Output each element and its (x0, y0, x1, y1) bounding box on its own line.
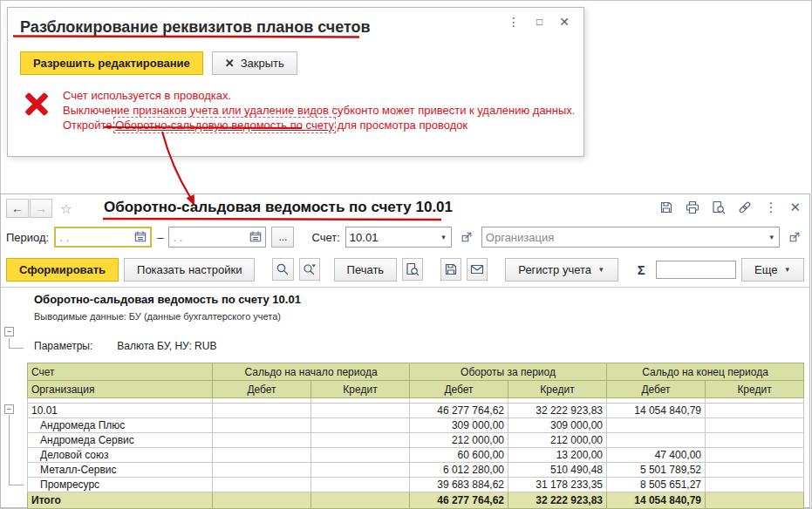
cell-value[interactable]: 14 054 840,79 (607, 492, 706, 509)
autosum-field[interactable] (656, 261, 736, 279)
cell-value[interactable]: 32 222 923,83 (508, 404, 607, 418)
cell-value[interactable]: 46 277 764,62 (410, 404, 508, 418)
cell-value[interactable]: 14 054 840,79 (607, 404, 706, 418)
get-link-icon[interactable] (738, 200, 752, 214)
cell-value[interactable] (213, 463, 311, 478)
cell-value[interactable] (213, 448, 311, 463)
col-header-debit[interactable]: Дебет (607, 381, 706, 398)
organization-open-button[interactable] (785, 227, 804, 247)
cell-value[interactable] (311, 433, 410, 448)
cell-value[interactable] (213, 418, 311, 433)
cell-value[interactable] (706, 404, 804, 418)
cell-value[interactable] (706, 492, 804, 509)
cell-name[interactable]: Металл-Сервис (28, 463, 213, 478)
calendar-icon[interactable] (134, 231, 147, 243)
cell-value[interactable]: 60 600,00 (410, 448, 508, 463)
cell-value[interactable]: 47 400,00 (607, 448, 706, 463)
close-button[interactable]: ✕ Закрыть (212, 51, 297, 75)
col-header-closing[interactable]: Сальдо на конец периода (607, 363, 804, 381)
register-button[interactable]: Регистр учета ▾ (505, 258, 618, 282)
col-header-account[interactable]: Счет (28, 363, 213, 381)
cell-value[interactable] (311, 463, 410, 478)
cell-value[interactable] (706, 478, 804, 492)
generate-button[interactable]: Сформировать (6, 258, 119, 282)
cell-value[interactable] (706, 433, 804, 448)
cell-value[interactable] (706, 448, 804, 463)
col-header-debit[interactable]: Дебет (213, 381, 311, 398)
dialog-more-icon[interactable]: ⋮ (508, 15, 520, 29)
col-header-credit[interactable]: Кредит (508, 381, 607, 398)
save-icon[interactable] (659, 200, 673, 214)
window-more-icon[interactable]: ⋮ (764, 200, 777, 214)
period-to-input[interactable]: . . (168, 227, 266, 248)
cell-name[interactable]: Андромеда Плюс (28, 418, 213, 433)
cell-value[interactable]: 510 490,48 (508, 463, 607, 478)
window-close-icon[interactable]: ✕ (789, 200, 801, 214)
send-mail-button[interactable] (467, 258, 488, 281)
forward-button[interactable]: → (30, 199, 52, 218)
allow-edit-button[interactable]: Разрешить редактирование (20, 51, 203, 75)
cell-value[interactable]: 212 000,00 (410, 433, 508, 448)
chevron-down-icon[interactable]: ▾ (768, 233, 775, 241)
cell-value[interactable] (607, 418, 706, 433)
dialog-close-icon[interactable]: ✕ (559, 15, 570, 29)
search-next-button[interactable] (299, 258, 320, 281)
cell-value[interactable] (311, 418, 410, 433)
cell-value[interactable]: 46 277 764,62 (410, 492, 508, 509)
account-open-button[interactable] (457, 227, 476, 247)
print-preview-icon[interactable] (712, 200, 726, 214)
cell-value[interactable]: 8 505 651,27 (607, 478, 706, 492)
save-report-button[interactable] (440, 258, 461, 281)
col-header-opening[interactable]: Сальдо на начало периода (213, 363, 410, 381)
cell-name[interactable]: Деловой союз (28, 448, 213, 463)
balance-sheet-link[interactable]: Оборотно-сальдовую ведомость по счету (115, 119, 334, 132)
cell-value[interactable] (213, 492, 311, 509)
cell-value[interactable] (706, 463, 804, 478)
col-header-debit[interactable]: Дебет (410, 381, 508, 398)
chevron-down-icon[interactable]: ▾ (440, 233, 447, 241)
print-icon[interactable] (686, 200, 699, 214)
cell-value[interactable] (213, 404, 311, 418)
cell-value[interactable]: 13 200,00 (508, 448, 607, 463)
organization-input[interactable]: Организация ▾ (481, 227, 780, 248)
print-button[interactable]: Печать (334, 258, 398, 282)
col-header-credit[interactable]: Кредит (706, 381, 804, 398)
cell-value[interactable]: 5 501 789,52 (607, 463, 706, 478)
preview-button[interactable] (402, 258, 423, 281)
cell-value[interactable] (213, 478, 311, 492)
cell-value[interactable]: 309 000,00 (508, 418, 607, 433)
dialog-maximize-icon[interactable]: □ (536, 15, 542, 29)
cell-value[interactable]: 6 012 280,00 (410, 463, 508, 478)
cell-name[interactable]: Андромеда Сервис (28, 433, 213, 448)
cell-value[interactable]: 309 000,00 (410, 418, 508, 433)
col-header-turnover[interactable]: Обороты за период (410, 363, 607, 381)
col-header-organization[interactable]: Организация (28, 381, 213, 398)
cell-value[interactable] (706, 418, 804, 433)
period-from-input[interactable]: . . (54, 227, 152, 248)
autosum-icon[interactable]: Σ (632, 261, 651, 278)
cell-value[interactable] (213, 433, 311, 448)
collapse-account-icon[interactable]: − (4, 404, 14, 414)
cell-value[interactable] (311, 478, 410, 492)
back-button[interactable]: ← (6, 199, 29, 218)
cell-value[interactable] (311, 448, 410, 463)
cell-value[interactable] (311, 404, 410, 418)
more-button[interactable]: Еще ▾ (741, 258, 804, 282)
cell-value[interactable]: 31 178 233,35 (508, 478, 607, 492)
favorite-star-icon[interactable]: ☆ (60, 201, 72, 217)
account-input[interactable]: 10.01 ▾ (345, 227, 452, 248)
cell-value[interactable]: 39 683 884,62 (410, 478, 508, 492)
cell-name[interactable]: 10.01 (28, 404, 213, 418)
search-button[interactable] (272, 258, 293, 281)
cell-value[interactable] (607, 433, 706, 448)
cell-value[interactable] (311, 492, 410, 509)
cell-name[interactable]: Итого (28, 492, 213, 509)
cell-value[interactable]: 32 222 923,83 (508, 492, 607, 509)
period-options-button[interactable]: ... (271, 227, 294, 248)
col-header-credit[interactable]: Кредит (311, 381, 410, 398)
cell-value[interactable]: 212 000,00 (508, 433, 607, 448)
show-settings-button[interactable]: Показать настройки (124, 258, 255, 282)
cell-name[interactable]: Промресурс (28, 478, 213, 492)
calendar-icon[interactable] (249, 231, 262, 243)
collapse-group-icon[interactable]: − (4, 327, 14, 336)
